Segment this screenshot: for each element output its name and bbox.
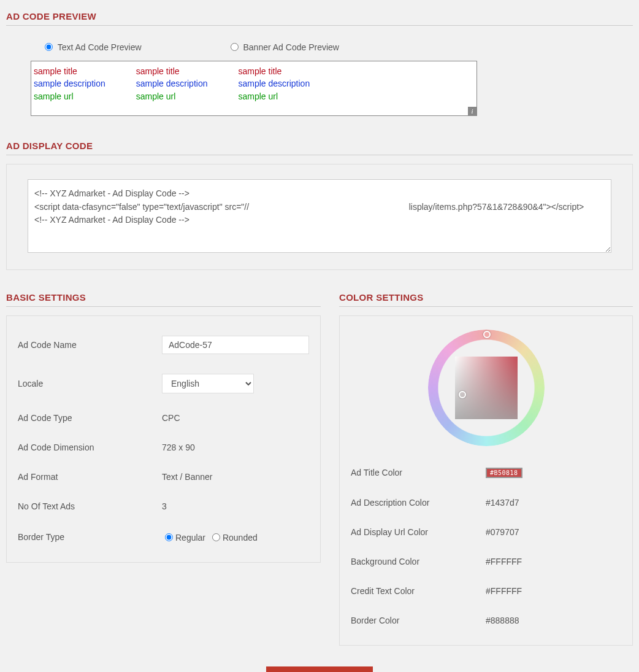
ad-description: sample description bbox=[34, 77, 105, 90]
radio-banner-preview-input[interactable] bbox=[231, 43, 239, 51]
color-settings-panel: Ad Title Color #B50818 Ad Description Co… bbox=[339, 315, 633, 646]
label-title-color: Ad Title Color bbox=[351, 468, 486, 477]
preview-section: Text Ad Code Preview Banner Ad Code Prev… bbox=[6, 34, 633, 127]
value-dimension: 728 x 90 bbox=[162, 442, 309, 452]
ad-description: sample description bbox=[238, 77, 310, 90]
value-desc-color: #1437d7 bbox=[486, 498, 621, 508]
ad-url: sample url bbox=[34, 90, 105, 102]
update-adcode-button[interactable]: UPDATE AD CODE bbox=[266, 666, 373, 672]
value-num-ads: 3 bbox=[162, 501, 309, 511]
label-url-color: Ad Display Url Color bbox=[351, 527, 486, 537]
color-picker[interactable] bbox=[351, 326, 621, 457]
ad-url: sample url bbox=[136, 90, 208, 102]
color-settings-column: COLOR SETTINGS Ad Title Color #B50818 Ad… bbox=[339, 287, 633, 646]
label-border-color: Border Color bbox=[351, 616, 486, 625]
ad-preview-item: sample title sample description sample u… bbox=[136, 65, 208, 112]
value-format: Text / Banner bbox=[162, 472, 309, 482]
display-code-panel bbox=[6, 164, 633, 270]
label-dimension: Ad Code Dimension bbox=[18, 442, 162, 452]
label-adcode-name: Ad Code Name bbox=[18, 340, 162, 350]
radio-banner-preview-label: Banner Ad Code Preview bbox=[243, 42, 339, 52]
value-bg-color: #FFFFFF bbox=[486, 557, 621, 566]
label-locale: Locale bbox=[18, 379, 162, 388]
heading-adcode-preview: AD CODE PREVIEW bbox=[6, 11, 633, 21]
radio-border-rounded-input[interactable] bbox=[212, 533, 220, 541]
value-border-color: #888888 bbox=[486, 616, 621, 625]
radio-text-preview[interactable]: Text Ad Code Preview bbox=[42, 41, 142, 52]
label-adcode-type: Ad Code Type bbox=[18, 413, 162, 423]
value-adcode-type: CPC bbox=[162, 413, 309, 423]
divider bbox=[6, 155, 633, 155]
value-url-color: #079707 bbox=[486, 527, 621, 537]
ad-url: sample url bbox=[238, 90, 310, 102]
label-bg-color: Background Color bbox=[351, 557, 486, 566]
ad-preview-item: sample title sample description sample u… bbox=[238, 65, 310, 112]
value-credit-color: #FFFFFF bbox=[486, 586, 621, 596]
ad-description: sample description bbox=[136, 77, 208, 90]
divider bbox=[6, 306, 321, 307]
basic-settings-column: BASIC SETTINGS Ad Code Name Locale Engli… bbox=[6, 287, 321, 646]
ad-display-code-textarea[interactable] bbox=[28, 179, 611, 253]
label-num-ads: No Of Text Ads bbox=[18, 501, 162, 511]
radio-text-preview-label: Text Ad Code Preview bbox=[58, 42, 142, 52]
label-credit-color: Credit Text Color bbox=[351, 586, 486, 596]
ad-title: sample title bbox=[34, 65, 105, 77]
color-wheel-square[interactable] bbox=[455, 357, 518, 419]
ad-title: sample title bbox=[238, 65, 310, 77]
color-wheel-handle-hue[interactable] bbox=[483, 331, 491, 338]
radio-banner-preview[interactable]: Banner Ad Code Preview bbox=[228, 41, 339, 52]
radio-border-regular-label: Regular bbox=[175, 533, 205, 543]
label-format: Ad Format bbox=[18, 472, 162, 482]
heading-display-code: AD DISPLAY CODE bbox=[6, 141, 633, 151]
swatch-title-color[interactable]: #B50818 bbox=[486, 468, 522, 478]
radio-border-regular-input[interactable] bbox=[165, 533, 173, 541]
ad-preview-box: sample title sample description sample u… bbox=[31, 61, 477, 116]
radio-border-regular[interactable]: Regular bbox=[162, 533, 205, 543]
input-adcode-name[interactable] bbox=[162, 336, 309, 354]
value-border-type: Regular Rounded bbox=[162, 531, 309, 543]
heading-basic-settings: BASIC SETTINGS bbox=[6, 292, 321, 303]
basic-settings-panel: Ad Code Name Locale English Ad Code Type… bbox=[6, 315, 321, 563]
ad-preview-item: sample title sample description sample u… bbox=[34, 65, 105, 112]
radio-border-rounded-label: Rounded bbox=[223, 533, 258, 543]
ad-title: sample title bbox=[136, 65, 208, 77]
divider bbox=[339, 306, 633, 307]
label-desc-color: Ad Description Color bbox=[351, 498, 486, 508]
select-locale[interactable]: English bbox=[162, 374, 254, 393]
color-wheel-handle-sv[interactable] bbox=[459, 391, 466, 398]
heading-color-settings: COLOR SETTINGS bbox=[339, 292, 633, 303]
divider bbox=[6, 25, 633, 26]
preview-mode-radios: Text Ad Code Preview Banner Ad Code Prev… bbox=[42, 41, 622, 52]
radio-text-preview-input[interactable] bbox=[45, 43, 53, 51]
radio-border-rounded[interactable]: Rounded bbox=[209, 533, 258, 543]
label-border-type: Border Type bbox=[18, 532, 162, 542]
info-icon[interactable]: i bbox=[468, 107, 476, 115]
